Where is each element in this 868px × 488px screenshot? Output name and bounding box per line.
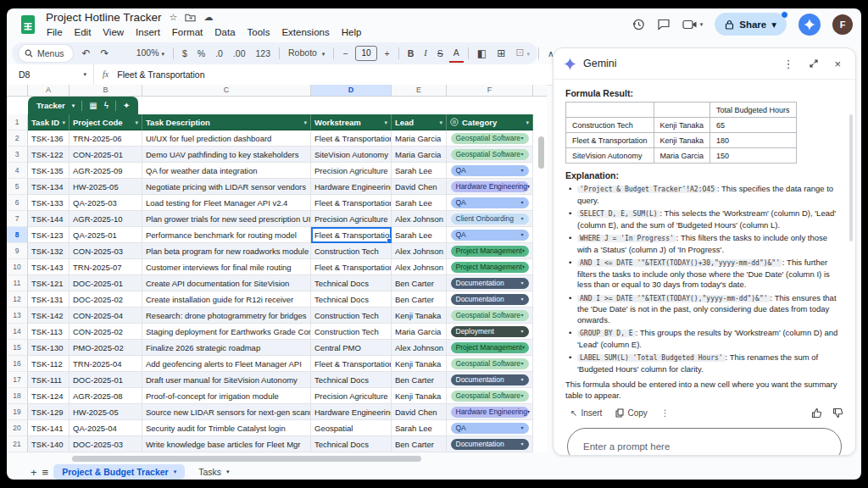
category-chip-caret-icon[interactable]: ▾ xyxy=(527,179,530,195)
row-number[interactable]: 16 xyxy=(7,356,28,372)
cell-description[interactable]: QA for weather data integration xyxy=(142,163,311,179)
format-currency-button[interactable]: $ xyxy=(178,42,192,64)
star-icon[interactable]: ☆ xyxy=(170,13,178,22)
all-sheets-button[interactable]: ≡ xyxy=(42,466,49,479)
column-header-f[interactable]: F xyxy=(447,85,533,96)
cell-project-code[interactable]: TRN-2025-04 xyxy=(70,356,142,372)
cell-category[interactable]: Documentation▾ xyxy=(447,436,533,452)
category-chip-caret-icon[interactable]: ▾ xyxy=(520,163,523,179)
cell-workstream[interactable]: Central PMO xyxy=(311,340,392,356)
row-number[interactable]: 8 xyxy=(7,227,28,243)
cell-workstream[interactable]: Technical Docs xyxy=(311,436,392,452)
cloud-status-icon[interactable]: ☁ xyxy=(203,13,213,22)
thumbs-up-icon[interactable] xyxy=(811,408,822,419)
cell-description[interactable]: Plan beta program for new roadworks modu… xyxy=(142,243,311,259)
bold-button[interactable]: B xyxy=(403,42,419,64)
cell-lead[interactable]: Sarah Lee xyxy=(392,163,447,179)
category-chip[interactable]: QA▾ xyxy=(451,165,529,176)
cell-project-code[interactable]: HW-2025-05 xyxy=(70,179,142,195)
panel-more-icon[interactable]: ⋮ xyxy=(778,58,798,70)
cell-workstream[interactable]: Hardware Engineering xyxy=(311,404,392,420)
category-chip[interactable]: Geospatial Software▾ xyxy=(451,133,529,144)
row-number[interactable]: 7 xyxy=(7,211,28,227)
font-size-input[interactable]: 10 xyxy=(355,46,376,61)
category-chip[interactable]: QA▾ xyxy=(451,197,529,208)
strikethrough-button[interactable]: S xyxy=(433,42,448,64)
borders-button[interactable]: ⊞ xyxy=(492,42,509,64)
row-number[interactable]: 9 xyxy=(7,243,28,259)
cell-task-id[interactable]: TSK-133 xyxy=(28,195,70,211)
category-chip-caret-icon[interactable]: ▾ xyxy=(520,147,523,163)
category-chip[interactable]: Documentation▾ xyxy=(451,439,529,450)
increase-decimals-button[interactable]: .00 xyxy=(229,42,250,64)
copy-button[interactable]: Copy xyxy=(610,407,652,419)
cell-project-code[interactable]: CON-2025-04 xyxy=(70,308,142,324)
category-chip-caret-icon[interactable]: ▾ xyxy=(520,324,523,340)
cell-lead[interactable]: Kenji Tanaka xyxy=(392,356,447,372)
cell-workstream[interactable]: Technical Docs xyxy=(311,275,392,291)
row-number[interactable]: 2 xyxy=(7,130,28,147)
panel-scrollbar-thumb[interactable] xyxy=(849,114,853,241)
column-header-c[interactable]: C xyxy=(142,85,311,96)
cell-description[interactable]: Create API documentation for SiteVision xyxy=(142,275,311,291)
cell-task-id[interactable]: TSK-135 xyxy=(28,163,70,179)
column-header-b[interactable]: B xyxy=(70,85,142,96)
category-chip[interactable]: Documentation▾ xyxy=(451,278,529,289)
cell-category[interactable]: Project Management▾ xyxy=(447,259,533,275)
category-chip-caret-icon[interactable]: ▾ xyxy=(522,243,525,259)
cell-task-id[interactable]: TSK-142 xyxy=(28,308,70,324)
cell-category[interactable]: Documentation▾ xyxy=(447,291,533,308)
category-chip-caret-icon[interactable]: ▾ xyxy=(522,259,525,275)
header-dropdown-icon[interactable]: ▾ xyxy=(62,114,65,130)
cell-category[interactable]: Geospatial Software▾ xyxy=(447,130,533,147)
panel-resize-icon[interactable] xyxy=(804,58,823,69)
category-chip-caret-icon[interactable]: ▾ xyxy=(520,436,523,452)
cell-category[interactable]: Deployment▾ xyxy=(447,324,533,340)
vertical-scrollbar-thumb[interactable] xyxy=(538,136,544,169)
cell-task-id[interactable]: TSK-134 xyxy=(28,179,70,195)
row-number[interactable]: 18 xyxy=(7,388,28,404)
undo-button[interactable]: ↶ xyxy=(78,42,95,64)
category-chip[interactable]: Hardware Engineering▾ xyxy=(451,181,529,192)
row-number[interactable]: 11 xyxy=(7,275,28,291)
cell-project-code[interactable]: QA-2025-04 xyxy=(70,420,142,436)
category-chip[interactable]: QA▾ xyxy=(451,230,529,241)
category-chip-caret-icon[interactable]: ▾ xyxy=(520,372,523,388)
cell-project-code[interactable]: TRN-2025-06 xyxy=(70,130,142,147)
menus-search-chip[interactable]: Menus xyxy=(19,45,73,62)
cell-task-id[interactable]: TSK-121 xyxy=(28,275,70,291)
row-number[interactable]: 20 xyxy=(7,420,28,436)
cell-task-id[interactable]: TSK-112 xyxy=(28,356,70,372)
cell-workstream[interactable]: Precision Agriculture xyxy=(311,163,392,179)
cell-lead[interactable]: Sarah Lee xyxy=(392,420,447,436)
cell-project-code[interactable]: QA-2025-01 xyxy=(70,227,142,243)
cell-category[interactable]: Documentation▾ xyxy=(447,372,533,388)
cell-task-id[interactable]: TSK-143 xyxy=(28,259,70,275)
cell-lead[interactable]: Kenji Tanaka xyxy=(392,308,447,324)
cell-task-id[interactable]: TSK-122 xyxy=(28,147,70,163)
cell-category[interactable]: Geospatial Software▾ xyxy=(447,308,533,324)
cell-category[interactable]: Documentation▾ xyxy=(447,275,533,291)
table-bolt-icon[interactable]: ϟ xyxy=(104,102,108,110)
row-number[interactable]: 19 xyxy=(7,404,28,420)
vertical-scrollbar[interactable] xyxy=(536,96,547,452)
menu-insert[interactable]: Insert xyxy=(130,25,166,39)
cell-description[interactable]: UI/UX for fuel prediction dashboard xyxy=(142,130,311,147)
category-chip[interactable]: Project Management▾ xyxy=(451,342,529,353)
header-dropdown-icon[interactable]: ▾ xyxy=(526,114,529,130)
cell-workstream[interactable]: Hardware Engineering xyxy=(311,179,392,195)
cell-lead[interactable]: Ben Carter xyxy=(392,291,447,308)
cell-category[interactable]: Client Onboarding▾ xyxy=(447,211,533,227)
header-dropdown-icon[interactable]: ▾ xyxy=(439,114,442,130)
row-number[interactable]: 12 xyxy=(7,291,28,308)
cell-workstream[interactable]: Construction Tech xyxy=(311,243,392,259)
category-chip-caret-icon[interactable]: ▾ xyxy=(520,211,523,227)
cell-category[interactable]: Geospatial Software▾ xyxy=(447,356,533,372)
cell-workstream[interactable]: Fleet & Transportation xyxy=(311,227,392,243)
category-chip-caret-icon[interactable]: ▾ xyxy=(522,340,525,356)
column-header-a[interactable]: A xyxy=(28,85,70,96)
header-dropdown-icon[interactable]: ▾ xyxy=(384,114,387,130)
row-number[interactable]: 5 xyxy=(7,179,28,195)
cell-lead[interactable]: Kenji Tanaka xyxy=(392,388,447,404)
category-chip-caret-icon[interactable]: ▾ xyxy=(520,388,523,404)
